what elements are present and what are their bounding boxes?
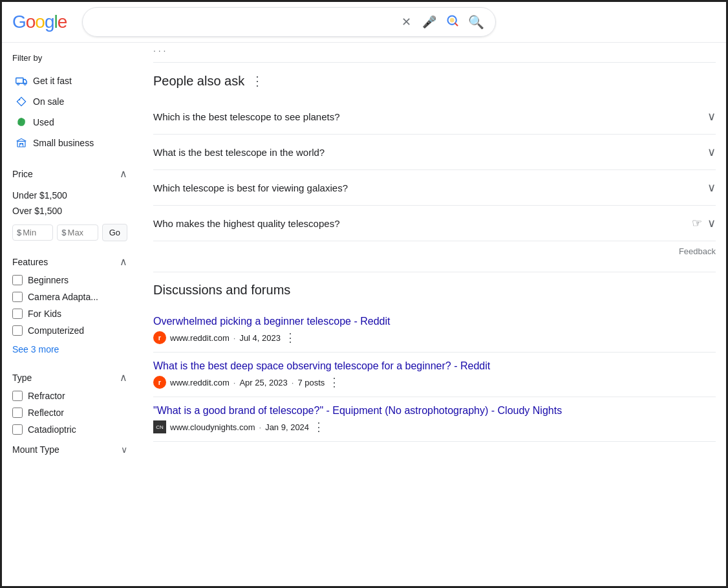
type-chevron-icon: ∧ (120, 371, 127, 384)
features-chevron-icon: ∧ (120, 256, 127, 268)
discussion-source-2: www.cloudynights.com (170, 422, 255, 432)
filter-by-label: Filter by (12, 53, 127, 63)
faq-item-2[interactable]: Which telescope is best for viewing gala… (153, 170, 716, 206)
price-over-1500[interactable]: Over $1,500 (12, 203, 127, 219)
feature-camera-adapt-label: Camera Adapta... (28, 292, 98, 302)
faq-item-0[interactable]: Which is the best telescope to see plane… (153, 99, 716, 135)
features-see-more[interactable]: See 3 more (12, 342, 127, 357)
cursor-indicator: ☞ (692, 216, 702, 230)
features-title: Features (12, 257, 48, 267)
discussion-date-2: Jan 9, 2024 (265, 422, 309, 432)
discussion-date-1: Apr 25, 2023 (239, 378, 287, 387)
type-title: Type (12, 373, 32, 383)
feature-computerized[interactable]: Computerized (12, 322, 127, 339)
svg-rect-6 (17, 141, 25, 147)
sidebar-item-get-it-fast[interactable]: Get it fast (12, 71, 127, 91)
feedback-row: Feedback (153, 241, 716, 261)
faq-item-1[interactable]: What is the best telescope in the world?… (153, 135, 716, 170)
type-section-header[interactable]: Type ∧ (12, 367, 127, 387)
discussion-link-0[interactable]: Overwhelmed picking a beginner telescope… (153, 316, 716, 327)
svg-rect-2 (16, 78, 23, 83)
small-business-label: Small business (33, 138, 94, 148)
price-min-input-wrapper: $ (12, 224, 53, 241)
feature-for-kids[interactable]: For Kids (12, 305, 127, 322)
lens-icon (446, 14, 459, 30)
type-refractor[interactable]: Refractor (12, 387, 127, 404)
building-icon (15, 136, 28, 149)
price-options: Under $1,500 Over $1,500 $ $ Go (12, 188, 127, 241)
on-sale-label: On sale (33, 96, 64, 107)
discussion-more-2[interactable]: ⋮ (313, 421, 325, 433)
leaf-icon (15, 116, 28, 129)
discussion-more-1[interactable]: ⋮ (328, 376, 340, 388)
price-min-input[interactable] (23, 228, 47, 237)
features-section-header[interactable]: Features ∧ (12, 252, 127, 272)
faq-chevron-3-icon: ∨ (707, 216, 716, 230)
discussion-item-0: Overwhelmed picking a beginner telescope… (153, 308, 716, 353)
discussion-item-1: What is the best deep space observing te… (153, 353, 716, 397)
sidebar-item-used[interactable]: Used (12, 112, 127, 133)
price-go-button[interactable]: Go (102, 224, 127, 241)
clear-button[interactable]: ✕ (397, 13, 415, 31)
discussion-posts-1: 7 posts (297, 378, 325, 387)
type-list: Refractor Reflector Catadioptric (12, 387, 127, 438)
search-submit-button[interactable]: 🔍 (467, 13, 485, 31)
price-section: Price ∧ Under $1,500 Over $1,500 $ $ (12, 164, 127, 241)
search-icon: 🔍 (468, 14, 484, 30)
get-it-fast-label: Get it fast (33, 76, 72, 86)
mount-type-title: Mount Type (12, 444, 59, 455)
search-input[interactable]: best telescope (93, 16, 392, 28)
price-chevron-icon: ∧ (120, 168, 127, 180)
feature-computerized-checkbox[interactable] (12, 325, 23, 336)
price-inputs: $ $ Go (12, 224, 127, 241)
type-refractor-checkbox[interactable] (12, 391, 23, 401)
discussion-link-2[interactable]: "What is a good brand of telescope?" - E… (153, 405, 716, 417)
mount-type-section-header[interactable]: Mount Type ∨ (12, 441, 127, 459)
feature-beginners[interactable]: Beginners (12, 272, 127, 289)
discussion-source-1: www.reddit.com (170, 378, 230, 387)
feature-camera-adapt[interactable]: Camera Adapta... (12, 289, 127, 305)
price-max-input[interactable] (68, 228, 92, 237)
clear-icon: ✕ (401, 15, 411, 29)
feature-for-kids-checkbox[interactable] (12, 309, 23, 319)
faq-chevron-0-icon: ∨ (707, 109, 716, 124)
type-reflector-label: Reflector (28, 408, 64, 418)
mic-button[interactable]: 🎤 (420, 13, 438, 31)
faq-question-3: Who makes the highest quality telescopes… (153, 218, 340, 229)
discussion-dot-posts-1: · (292, 378, 294, 387)
faq-item-3[interactable]: Who makes the highest quality telescopes… (153, 206, 716, 241)
type-refractor-label: Refractor (28, 391, 65, 401)
discussion-dot-1: · (233, 378, 236, 387)
paa-more-icon[interactable]: ⋮ (251, 73, 264, 89)
mount-type-chevron-icon: ∨ (121, 444, 127, 455)
price-title: Price (12, 169, 33, 179)
lens-button[interactable] (444, 13, 462, 31)
discussion-more-0[interactable]: ⋮ (284, 332, 296, 343)
sidebar: Filter by Get it fast (2, 43, 138, 466)
discussion-meta-0: r www.reddit.com · Jul 4, 2023 ⋮ (153, 331, 716, 344)
feature-for-kids-label: For Kids (28, 309, 61, 319)
sidebar-item-small-business[interactable]: Small business (12, 133, 127, 153)
dollar-min-label: $ (17, 228, 21, 237)
faq-question-0: Which is the best telescope to see plane… (153, 111, 340, 122)
cloudy-nights-icon-2: CN (153, 420, 166, 433)
type-catadioptric-checkbox[interactable] (12, 424, 23, 435)
price-section-header[interactable]: Price ∧ (12, 164, 127, 184)
faq-question-1: What is the best telescope in the world? (153, 147, 325, 158)
svg-point-4 (24, 83, 26, 85)
svg-rect-7 (20, 144, 21, 145)
discussion-source-0: www.reddit.com (170, 333, 230, 343)
discussion-dot-0: · (233, 333, 236, 343)
type-reflector[interactable]: Reflector (12, 404, 127, 421)
price-under-1500[interactable]: Under $1,500 (12, 188, 127, 203)
type-catadioptric[interactable]: Catadioptric (12, 421, 127, 438)
discussion-date-0: Jul 4, 2023 (239, 333, 281, 343)
sidebar-item-on-sale[interactable]: On sale (12, 91, 127, 112)
type-reflector-checkbox[interactable] (12, 408, 23, 418)
feedback-label[interactable]: Feedback (679, 246, 716, 256)
feature-camera-adapt-checkbox[interactable] (12, 292, 23, 302)
discussion-link-1[interactable]: What is the best deep space observing te… (153, 360, 716, 372)
discussion-item-2: "What is a good brand of telescope?" - E… (153, 397, 716, 442)
type-catadioptric-label: Catadioptric (28, 424, 76, 435)
feature-beginners-checkbox[interactable] (12, 275, 23, 285)
